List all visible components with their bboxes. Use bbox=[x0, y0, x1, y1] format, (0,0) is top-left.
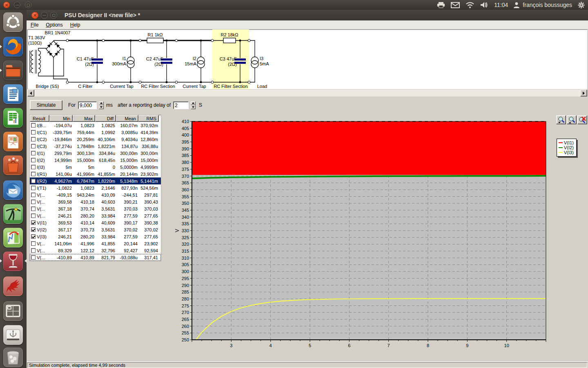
firefox-icon[interactable] bbox=[3, 37, 23, 56]
result-row-vi1[interactable]: V(I1)369,53410,1440,609390,17390,38 bbox=[30, 219, 161, 226]
zoom-in-button[interactable] bbox=[556, 115, 566, 124]
column-header-mean[interactable]: Mean bbox=[116, 115, 138, 122]
dash-home-icon[interactable] bbox=[3, 12, 23, 32]
schematic-scrollbar[interactable] bbox=[27, 90, 587, 96]
delay-spinner[interactable] bbox=[191, 101, 196, 109]
usb-drive-icon[interactable] bbox=[3, 325, 23, 345]
result-checkbox[interactable] bbox=[31, 206, 36, 211]
result-checkbox[interactable] bbox=[31, 137, 36, 141]
wine-icon[interactable] bbox=[3, 251, 23, 271]
gear-icon[interactable] bbox=[578, 2, 585, 9]
duration-input[interactable]: 9,000 bbox=[78, 101, 97, 109]
libreoffice-calc-icon[interactable] bbox=[3, 108, 23, 128]
window-minimize-button[interactable]: — bbox=[41, 12, 48, 19]
label-i1: I1 bbox=[122, 56, 126, 61]
menu-options[interactable]: Options bbox=[42, 21, 66, 29]
result-checkbox[interactable] bbox=[31, 151, 36, 155]
result-checkbox[interactable] bbox=[31, 248, 36, 253]
printer-icon[interactable] bbox=[437, 2, 445, 8]
result-checkbox[interactable] bbox=[31, 241, 36, 246]
schematic-panel[interactable]: T1 363V (110Ω) BR1 1N4007 C1 47uF (2Ω) I… bbox=[27, 29, 587, 89]
result-row-ic2[interactable]: I(C2)-19,846m20,259m40,106m9,4034u12,860… bbox=[30, 136, 161, 143]
delay-input[interactable]: 2 bbox=[173, 101, 189, 109]
result-checkbox[interactable] bbox=[31, 158, 36, 162]
libreoffice-writer-icon[interactable] bbox=[3, 84, 23, 104]
result-checkbox[interactable] bbox=[31, 227, 36, 232]
result-row-vi3[interactable]: V(I3)246,21280,2033,984277,59277,65 bbox=[30, 233, 161, 240]
column-header-max[interactable]: Max bbox=[73, 115, 95, 122]
zoom-reset-button[interactable] bbox=[577, 115, 587, 124]
result-row-ir1[interactable]: I(R1)141,06u41,996m41,855m20,144m23,902m bbox=[30, 171, 161, 177]
window-titlebar[interactable]: ✕ — ▢ PSU Designer II <new file> * bbox=[27, 10, 588, 20]
result-row-v[interactable]: V(...367,18370,743,5631370,03370,03 bbox=[30, 205, 161, 212]
label-t1: T1 363V bbox=[28, 35, 45, 40]
result-row-ii3[interactable]: I(I3)5m5m05,0000m4,9999m bbox=[30, 164, 161, 171]
window-close-button[interactable]: ✕ bbox=[31, 12, 38, 19]
result-row-ib[interactable]: I(B...-194,07u1,08231,0825160,07m370,92m bbox=[30, 122, 161, 129]
result-checkbox[interactable] bbox=[31, 165, 36, 169]
column-header-result[interactable]: Result bbox=[30, 115, 49, 122]
scroll-right-button[interactable] bbox=[580, 90, 587, 96]
result-row-v[interactable]: V(...89,329122,1232,79692,42792,594 bbox=[30, 247, 161, 254]
result-checkbox[interactable] bbox=[31, 193, 36, 197]
result-row-ic1[interactable]: I(C1)-339,75m759,44m1,09923,0085u414,39m bbox=[30, 129, 161, 136]
duration-spinner[interactable] bbox=[99, 101, 104, 109]
clock[interactable]: 11:04 bbox=[494, 2, 508, 8]
result-max: 20,259m bbox=[74, 137, 96, 142]
simulate-button[interactable]: Simulate bbox=[30, 100, 62, 110]
route-planner-icon[interactable] bbox=[3, 228, 23, 247]
workspace-switcher-icon[interactable] bbox=[3, 301, 23, 321]
menu-file[interactable]: File bbox=[27, 21, 42, 29]
mail-icon[interactable] bbox=[451, 2, 460, 8]
column-header-diff[interactable]: Diff bbox=[95, 115, 116, 122]
motion-app-icon[interactable] bbox=[3, 204, 23, 224]
result-checkbox[interactable] bbox=[31, 130, 36, 135]
panel-close-button[interactable]: ✕ bbox=[3, 2, 10, 8]
result-min: 4,9627m bbox=[50, 179, 74, 184]
result-max: 410,14 bbox=[74, 220, 96, 225]
software-center-icon[interactable] bbox=[3, 155, 23, 175]
thunderbird-icon[interactable] bbox=[3, 180, 23, 200]
scroll-left-button[interactable] bbox=[27, 90, 34, 96]
result-mean: 20,144m bbox=[117, 172, 139, 177]
result-checkbox[interactable] bbox=[31, 200, 36, 204]
result-row-ir2[interactable]: I(R2)4,9627m6,7847m1,8220m5,1348m5,1441m bbox=[30, 177, 161, 184]
result-row-v[interactable]: V(...141,06m41,99641,85520,14423,902 bbox=[30, 240, 161, 247]
result-checkbox[interactable] bbox=[31, 255, 36, 260]
result-checkbox[interactable] bbox=[31, 172, 36, 176]
chart-canvas[interactable]: 2502552602652702752802852902953003053103… bbox=[163, 113, 588, 361]
result-row-ii1[interactable]: I(I1)299,79m300,13m334,84u300,00m300,00m bbox=[30, 150, 161, 157]
result-row-v[interactable]: V(...-409,15943,24m410,09-244,51297,81 bbox=[30, 191, 161, 198]
column-header-rms[interactable]: RMS bbox=[138, 115, 159, 122]
result-checkbox[interactable] bbox=[31, 234, 36, 239]
result-row-ic3[interactable]: I(C3)-37,274u1,7848m1,8221m134,87u336,88… bbox=[30, 143, 161, 150]
result-row-it1[interactable]: I(T1)-1,08221,08232,1646827,93n524,56m bbox=[30, 184, 161, 191]
result-row-ii2[interactable]: I(I2)14,999m15,000m618,45n15,000m15,000m bbox=[30, 157, 161, 164]
session-username[interactable]: françois boussuges bbox=[523, 2, 572, 8]
panel-maximize-button[interactable]: ▢ bbox=[25, 2, 31, 8]
wifi-icon[interactable] bbox=[466, 2, 474, 8]
results-table[interactable]: ResultMinMaxDiffMeanRMS I(B...-194,07u1,… bbox=[30, 115, 161, 261]
result-checkbox[interactable] bbox=[31, 179, 36, 183]
panel-minimize-button[interactable]: — bbox=[14, 2, 20, 8]
files-icon[interactable] bbox=[3, 61, 23, 80]
svg-text:6: 6 bbox=[348, 343, 350, 348]
result-checkbox[interactable] bbox=[31, 220, 36, 225]
result-checkbox[interactable] bbox=[31, 144, 36, 148]
result-row-v[interactable]: V(...-410,89410,89821,79-93,088u317,41 bbox=[30, 254, 161, 261]
libreoffice-impress-icon[interactable] bbox=[3, 132, 23, 151]
menu-help[interactable]: Help bbox=[67, 21, 84, 29]
result-checkbox[interactable] bbox=[31, 186, 36, 190]
legend-label: V(I3) bbox=[564, 150, 574, 155]
result-row-v[interactable]: V(...369,58410,1840,603390,21390,43 bbox=[30, 198, 161, 205]
volume-icon[interactable] bbox=[480, 2, 488, 8]
result-checkbox[interactable] bbox=[31, 213, 36, 218]
result-row-vi2[interactable]: V(I2)367,17370,733,5631370,02370,02 bbox=[30, 226, 161, 233]
zoom-out-button[interactable] bbox=[567, 115, 577, 124]
trash-icon[interactable] bbox=[3, 348, 23, 367]
result-row-v[interactable]: V(...246,21280,2033,984277,59277,65 bbox=[30, 212, 161, 219]
window-maximize-button[interactable]: ▢ bbox=[50, 12, 57, 19]
eagle-pcb-icon[interactable] bbox=[3, 276, 23, 296]
column-header-min[interactable]: Min bbox=[49, 115, 73, 122]
result-checkbox[interactable] bbox=[31, 123, 36, 128]
